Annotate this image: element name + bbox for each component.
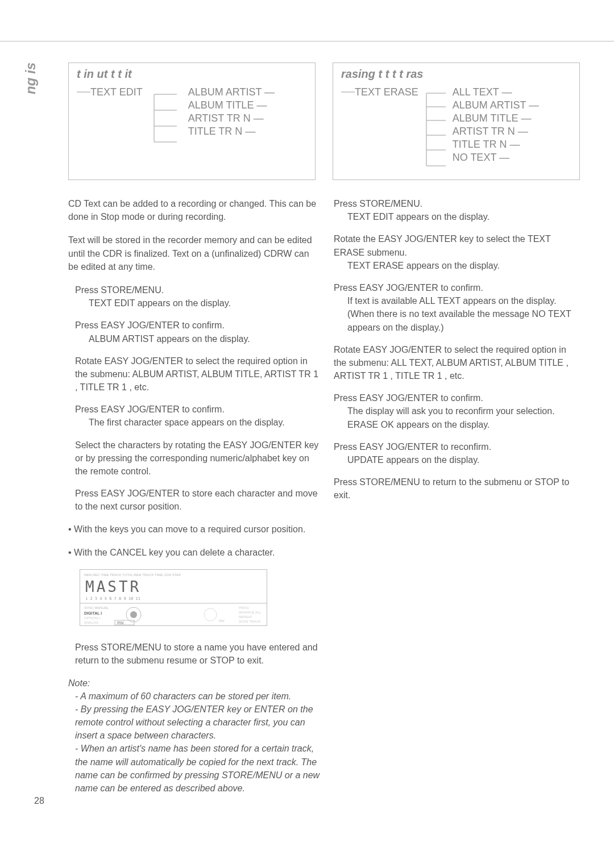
tree-branches xyxy=(143,86,188,149)
diagram-root: TEXT EDIT xyxy=(90,86,143,98)
step-text: Press EASY JOG/ENTER to reconfirm. xyxy=(334,440,580,453)
bullet-text: • With the keys you can move to a requir… xyxy=(68,523,321,536)
diagram-item: ALBUM TITLE — xyxy=(453,112,539,124)
svg-text:SYNC  MANUAL: SYNC MANUAL xyxy=(84,606,109,610)
step-result: TEXT EDIT appears on the display. xyxy=(347,210,580,223)
step-result: ALBUM ARTIST appears on the display. xyxy=(89,332,321,345)
step-text: Press EASY JOG/ENTER to confirm. xyxy=(334,281,580,294)
svg-text:RW: RW xyxy=(219,619,225,623)
diagram-item: TITLE TR N — xyxy=(188,126,275,137)
diagram-root: TEXT ERASE xyxy=(355,86,418,98)
lcd-top-labels: REM REC TIME TRACK TOTAL REM TRACK TIME … xyxy=(84,573,181,577)
step-text: Rotate the EASY JOG/ENTER key to select … xyxy=(334,232,580,258)
note-item: - A maximum of 60 characters can be stor… xyxy=(75,690,321,703)
svg-point-21 xyxy=(130,611,137,618)
svg-text:SHUFFLE    ALL: SHUFFLE ALL xyxy=(239,611,262,614)
body-paragraph: Text will be stored in the recorder memo… xyxy=(68,233,321,273)
body-paragraph: CD Text can be added to a recording or c… xyxy=(68,197,321,223)
diagram-title: t in ut t t it xyxy=(77,68,307,81)
diagram-item: ALBUM ARTIST — xyxy=(188,86,275,98)
step-text: Rotate EASY JOG/ENTER to select the requ… xyxy=(75,354,321,394)
svg-text:DIGITAL I: DIGITAL I xyxy=(84,611,102,615)
tree-branches xyxy=(418,86,453,172)
diagram-title: rasing t t t t ras xyxy=(341,68,571,81)
step-result: The first character space appears on the… xyxy=(89,416,321,429)
step-text: Press EASY JOG/ENTER to confirm. xyxy=(75,319,321,332)
svg-text:RW: RW xyxy=(117,621,124,625)
note-item: - By pressing the EASY JOG/ENTER key or … xyxy=(75,703,321,742)
step-result: The display will ask you to reconfirm yo… xyxy=(347,404,580,431)
step-result: TEXT ERASE appears on the display. xyxy=(347,259,580,272)
diagram-item: ALBUM ARTIST — xyxy=(453,99,539,111)
note-label: Note: xyxy=(68,677,321,690)
step-text: Press EASY JOG/ENTER to confirm. xyxy=(75,403,321,416)
diagram-item: ALL TEXT — xyxy=(453,86,539,98)
step-text: Rotate EASY JOG/ENTER to select the requ… xyxy=(334,343,580,383)
diagram-item: ALBUM TITLE — xyxy=(188,99,275,111)
svg-text:PROG: PROG xyxy=(239,606,249,610)
bullet-text: • With the CANCEL key you can delete a c… xyxy=(68,546,321,559)
lcd-track-numbers: 1 2 3 4 5 6 7 8 9 10 11 xyxy=(85,596,140,601)
note-item: - When an artist's name has been stored … xyxy=(75,742,321,795)
step-text: Press STORE/MENU to store a name you hav… xyxy=(75,641,321,667)
svg-point-22 xyxy=(204,608,217,621)
lcd-display: REM REC TIME TRACK TOTAL REM TRACK TIME … xyxy=(80,569,267,629)
diagram-item: ARTIST TR N — xyxy=(188,112,275,124)
diagram-item: ARTIST TR N — xyxy=(453,126,539,137)
step-result: UPDATE appears on the display. xyxy=(347,453,580,466)
step-result: If text is available ALL TEXT appears on… xyxy=(347,294,580,334)
lcd-main-text: MASTR xyxy=(85,578,141,595)
svg-text:REPEAT: REPEAT xyxy=(239,615,252,619)
step-text: Press STORE/MENU. xyxy=(75,283,321,297)
step-text: Press STORE/MENU to return to the submen… xyxy=(334,475,580,502)
svg-text:ANALOG: ANALOG xyxy=(84,621,98,624)
diagram-item: TITLE TR N — xyxy=(453,139,539,151)
diagram-text-edit: t in ut t t it TEXT EDIT ALBUM ARTIST — … xyxy=(68,62,316,180)
step-text: Press EASY JOG/ENTER to confirm. xyxy=(334,391,580,404)
svg-text:SCAN     TRACK: SCAN TRACK xyxy=(239,620,261,623)
tree-connector xyxy=(341,86,355,98)
page-number: 28 xyxy=(34,796,44,806)
step-result: TEXT EDIT appears on the display. xyxy=(89,297,321,310)
svg-text:OPTICAL I: OPTICAL I xyxy=(84,616,101,620)
tree-connector xyxy=(77,86,90,98)
diagram-item: NO TEXT — xyxy=(453,152,539,164)
step-text: Press STORE/MENU. xyxy=(334,197,580,210)
diagram-text-erase: rasing t t t t ras TEXT ERASE ALL TEXT —… xyxy=(333,62,580,180)
step-text: Press EASY JOG/ENTER to store each chara… xyxy=(75,487,321,513)
step-text: Select the characters by rotating the EA… xyxy=(75,439,321,478)
